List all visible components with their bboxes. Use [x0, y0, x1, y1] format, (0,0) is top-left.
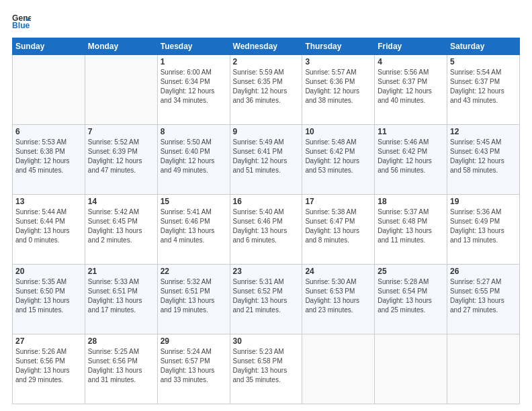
calendar-week-3: 13Sunrise: 5:44 AMSunset: 6:44 PMDayligh…: [13, 195, 520, 265]
day-number: 26: [450, 267, 517, 276]
weekday-header-saturday: Saturday: [447, 38, 520, 55]
day-info: Sunrise: 5:41 AMSunset: 6:46 PMDaylight:…: [161, 208, 227, 245]
calendar-body: 1Sunrise: 6:00 AMSunset: 6:34 PMDaylight…: [13, 55, 520, 404]
calendar-cell: 17Sunrise: 5:38 AMSunset: 6:47 PMDayligh…: [302, 195, 375, 265]
calendar-cell: 9Sunrise: 5:49 AMSunset: 6:41 PMDaylight…: [230, 125, 302, 195]
day-number: 16: [233, 197, 300, 206]
calendar-cell: 18Sunrise: 5:37 AMSunset: 6:48 PMDayligh…: [375, 195, 447, 265]
day-number: 12: [450, 127, 517, 136]
calendar-cell: 7Sunrise: 5:52 AMSunset: 6:39 PMDaylight…: [85, 125, 157, 195]
weekday-header-friday: Friday: [375, 38, 447, 55]
day-number: 14: [88, 197, 154, 206]
calendar-cell: 22Sunrise: 5:32 AMSunset: 6:51 PMDayligh…: [157, 265, 230, 334]
day-info: Sunrise: 5:24 AMSunset: 6:57 PMDaylight:…: [161, 347, 227, 385]
day-number: 6: [15, 127, 82, 136]
day-number: 2: [233, 57, 300, 66]
day-info: Sunrise: 5:48 AMSunset: 6:42 PMDaylight:…: [305, 138, 371, 175]
calendar-cell: 24Sunrise: 5:30 AMSunset: 6:53 PMDayligh…: [302, 265, 375, 334]
logo-icon: General Blue: [12, 12, 31, 31]
day-info: Sunrise: 5:27 AMSunset: 6:55 PMDaylight:…: [450, 277, 517, 315]
calendar-cell: 2Sunrise: 5:59 AMSunset: 6:35 PMDaylight…: [230, 55, 302, 125]
calendar-cell: 29Sunrise: 5:24 AMSunset: 6:57 PMDayligh…: [157, 334, 230, 404]
day-info: Sunrise: 5:49 AMSunset: 6:41 PMDaylight:…: [233, 138, 300, 175]
day-number: 5: [450, 57, 517, 66]
day-info: Sunrise: 5:37 AMSunset: 6:48 PMDaylight:…: [378, 208, 444, 245]
day-info: Sunrise: 5:59 AMSunset: 6:35 PMDaylight:…: [233, 68, 300, 105]
calendar-week-4: 20Sunrise: 5:35 AMSunset: 6:50 PMDayligh…: [13, 265, 520, 334]
calendar-cell: 26Sunrise: 5:27 AMSunset: 6:55 PMDayligh…: [447, 265, 520, 334]
calendar-cell: 6Sunrise: 5:53 AMSunset: 6:38 PMDaylight…: [13, 125, 85, 195]
logo: General Blue: [12, 12, 31, 31]
day-number: 8: [161, 127, 227, 136]
calendar-cell: 23Sunrise: 5:31 AMSunset: 6:52 PMDayligh…: [230, 265, 302, 334]
calendar-cell: [13, 55, 85, 125]
day-info: Sunrise: 5:38 AMSunset: 6:47 PMDaylight:…: [305, 208, 371, 245]
day-info: Sunrise: 5:40 AMSunset: 6:46 PMDaylight:…: [233, 208, 300, 245]
day-number: 4: [378, 57, 444, 66]
calendar-cell: 1Sunrise: 6:00 AMSunset: 6:34 PMDaylight…: [157, 55, 230, 125]
day-info: Sunrise: 5:35 AMSunset: 6:50 PMDaylight:…: [15, 277, 82, 315]
day-info: Sunrise: 5:23 AMSunset: 6:58 PMDaylight:…: [233, 347, 300, 385]
calendar-cell: 25Sunrise: 5:28 AMSunset: 6:54 PMDayligh…: [375, 265, 447, 334]
calendar-cell: 13Sunrise: 5:44 AMSunset: 6:44 PMDayligh…: [13, 195, 85, 265]
calendar-cell: [302, 334, 375, 404]
calendar-cell: 15Sunrise: 5:41 AMSunset: 6:46 PMDayligh…: [157, 195, 230, 265]
day-info: Sunrise: 5:44 AMSunset: 6:44 PMDaylight:…: [15, 208, 82, 245]
calendar-cell: 27Sunrise: 5:26 AMSunset: 6:56 PMDayligh…: [13, 334, 85, 404]
day-info: Sunrise: 5:30 AMSunset: 6:53 PMDaylight:…: [305, 277, 371, 315]
calendar-cell: [375, 334, 447, 404]
day-number: 29: [161, 336, 227, 346]
day-info: Sunrise: 5:57 AMSunset: 6:36 PMDaylight:…: [305, 68, 371, 105]
calendar-cell: 28Sunrise: 5:25 AMSunset: 6:56 PMDayligh…: [85, 334, 157, 404]
day-info: Sunrise: 5:50 AMSunset: 6:40 PMDaylight:…: [161, 138, 227, 175]
day-number: 10: [305, 127, 371, 136]
day-number: 28: [88, 336, 154, 346]
day-number: 15: [161, 197, 227, 206]
day-number: 19: [450, 197, 517, 206]
day-number: 11: [378, 127, 444, 136]
calendar-week-1: 1Sunrise: 6:00 AMSunset: 6:34 PMDaylight…: [13, 55, 520, 125]
day-number: 7: [88, 127, 154, 136]
calendar-cell: 30Sunrise: 5:23 AMSunset: 6:58 PMDayligh…: [230, 334, 302, 404]
day-info: Sunrise: 5:56 AMSunset: 6:37 PMDaylight:…: [378, 68, 444, 105]
calendar-cell: 8Sunrise: 5:50 AMSunset: 6:40 PMDaylight…: [157, 125, 230, 195]
weekday-header-thursday: Thursday: [302, 38, 375, 55]
day-info: Sunrise: 5:25 AMSunset: 6:56 PMDaylight:…: [88, 347, 154, 385]
day-info: Sunrise: 5:54 AMSunset: 6:37 PMDaylight:…: [450, 68, 517, 105]
calendar-cell: 10Sunrise: 5:48 AMSunset: 6:42 PMDayligh…: [302, 125, 375, 195]
day-number: 24: [305, 267, 371, 276]
day-number: 1: [161, 57, 227, 66]
calendar-cell: 12Sunrise: 5:45 AMSunset: 6:43 PMDayligh…: [447, 125, 520, 195]
day-number: 13: [15, 197, 82, 206]
calendar-cell: 3Sunrise: 5:57 AMSunset: 6:36 PMDaylight…: [302, 55, 375, 125]
day-info: Sunrise: 5:46 AMSunset: 6:42 PMDaylight:…: [378, 138, 444, 175]
calendar-cell: 5Sunrise: 5:54 AMSunset: 6:37 PMDaylight…: [447, 55, 520, 125]
weekday-header-wednesday: Wednesday: [230, 38, 302, 55]
day-number: 20: [15, 267, 82, 276]
page: General Blue SundayMondayTuesdayWednesda…: [0, 0, 532, 411]
svg-text:Blue: Blue: [12, 21, 30, 30]
day-number: 9: [233, 127, 300, 136]
weekday-header-sunday: Sunday: [13, 38, 85, 55]
weekday-header-tuesday: Tuesday: [157, 38, 230, 55]
calendar-cell: 21Sunrise: 5:33 AMSunset: 6:51 PMDayligh…: [85, 265, 157, 334]
day-number: 17: [305, 197, 371, 206]
day-number: 25: [378, 267, 444, 276]
weekday-header-monday: Monday: [85, 38, 157, 55]
day-number: 30: [233, 336, 300, 346]
calendar-week-5: 27Sunrise: 5:26 AMSunset: 6:56 PMDayligh…: [13, 334, 520, 404]
day-number: 21: [88, 267, 154, 276]
day-info: Sunrise: 5:36 AMSunset: 6:49 PMDaylight:…: [450, 208, 517, 245]
day-info: Sunrise: 6:00 AMSunset: 6:34 PMDaylight:…: [161, 68, 227, 105]
day-info: Sunrise: 5:32 AMSunset: 6:51 PMDaylight:…: [161, 277, 227, 315]
calendar-cell: 19Sunrise: 5:36 AMSunset: 6:49 PMDayligh…: [447, 195, 520, 265]
calendar-cell: 11Sunrise: 5:46 AMSunset: 6:42 PMDayligh…: [375, 125, 447, 195]
day-number: 22: [161, 267, 227, 276]
calendar-week-2: 6Sunrise: 5:53 AMSunset: 6:38 PMDaylight…: [13, 125, 520, 195]
day-info: Sunrise: 5:26 AMSunset: 6:56 PMDaylight:…: [15, 347, 82, 385]
calendar-table: SundayMondayTuesdayWednesdayThursdayFrid…: [12, 38, 520, 404]
calendar-cell: 14Sunrise: 5:42 AMSunset: 6:45 PMDayligh…: [85, 195, 157, 265]
calendar-cell: 20Sunrise: 5:35 AMSunset: 6:50 PMDayligh…: [13, 265, 85, 334]
day-number: 3: [305, 57, 371, 66]
weekday-header-row: SundayMondayTuesdayWednesdayThursdayFrid…: [13, 38, 520, 55]
